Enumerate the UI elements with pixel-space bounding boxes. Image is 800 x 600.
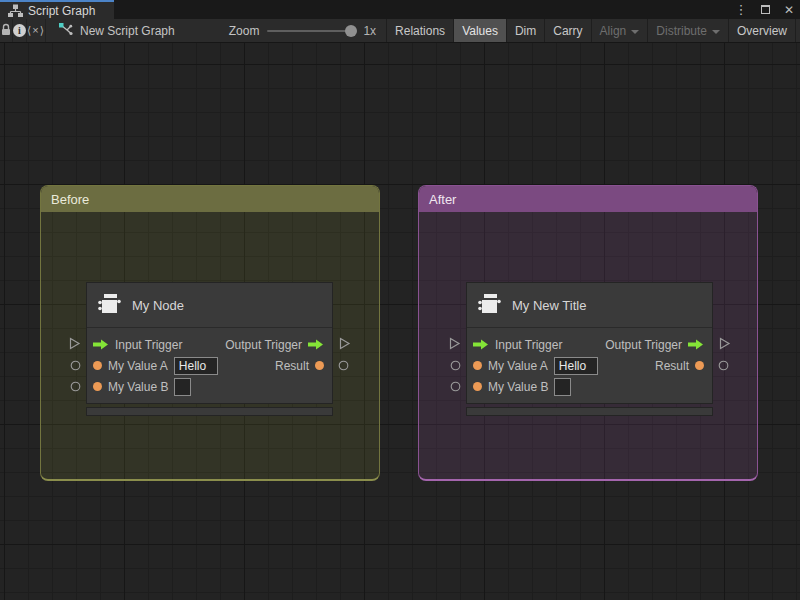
port-label: Input Trigger xyxy=(495,338,562,352)
port-label: Input Trigger xyxy=(115,338,182,352)
port-label: My Value A xyxy=(108,359,168,373)
circle-stub-icon[interactable] xyxy=(70,360,81,371)
align-button[interactable]: Align xyxy=(591,19,648,42)
port-row-value-a: My Value A Result xyxy=(473,355,704,376)
flow-arrow-icon[interactable] xyxy=(688,339,704,350)
flow-arrow-icon[interactable] xyxy=(308,339,324,350)
value-dot-icon[interactable] xyxy=(473,361,482,370)
circle-stub-icon[interactable] xyxy=(70,381,81,392)
maximize-icon[interactable] xyxy=(758,3,772,17)
tab-title: Script Graph xyxy=(28,4,95,18)
node-ports: Input Trigger Output Trigger My Value A … xyxy=(467,328,712,403)
node-my-node[interactable]: My Node Input Trigger Output Trigger xyxy=(86,282,333,416)
port-row-trigger: Input Trigger Output Trigger xyxy=(93,334,324,355)
value-dot-icon[interactable] xyxy=(695,361,704,370)
tab-script-graph[interactable]: Script Graph xyxy=(0,0,114,19)
port-label: My Value B xyxy=(108,380,168,394)
zoom-control: Zoom 1x xyxy=(229,24,382,38)
value-b-input[interactable] xyxy=(174,378,191,396)
zoom-slider-handle[interactable] xyxy=(345,25,357,37)
flow-arrow-icon[interactable] xyxy=(473,339,489,350)
lock-button[interactable] xyxy=(0,19,13,42)
node-body[interactable]: My New Title Input Trigger Output Trigge… xyxy=(466,282,713,404)
node-branch-icon xyxy=(58,22,73,39)
node-ports: Input Trigger Output Trigger My Value A … xyxy=(87,328,332,403)
port-label: My Value A xyxy=(488,359,548,373)
toolbar-buttons: Relations Values Dim Carry Align Distrib… xyxy=(386,19,800,42)
value-a-input[interactable] xyxy=(174,357,218,375)
group-before-title: Before xyxy=(51,192,89,207)
node-footer xyxy=(466,407,713,416)
close-icon[interactable]: ✕ xyxy=(782,3,796,17)
node-my-new-title[interactable]: My New Title Input Trigger Output Trigge… xyxy=(466,282,713,416)
value-dot-icon[interactable] xyxy=(93,382,102,391)
unit-node-icon xyxy=(477,292,502,319)
circle-stub-icon[interactable] xyxy=(338,360,349,371)
triangle-stub-icon[interactable] xyxy=(68,337,81,350)
node-title: My Node xyxy=(132,298,184,313)
circle-stub-icon[interactable] xyxy=(718,360,729,371)
code-icon: ⟨×⟩ xyxy=(27,24,45,37)
port-row-value-a: My Value A Result xyxy=(93,355,324,376)
port-label: Result xyxy=(655,359,689,373)
zoom-label: Zoom xyxy=(229,24,260,38)
distribute-button[interactable]: Distribute xyxy=(647,19,728,42)
chevron-down-icon xyxy=(631,30,639,34)
graph-canvas[interactable]: Before After xyxy=(0,43,800,600)
value-a-input[interactable] xyxy=(554,357,598,375)
circle-stub-icon[interactable] xyxy=(450,360,461,371)
triangle-stub-icon[interactable] xyxy=(448,337,461,350)
value-dot-icon[interactable] xyxy=(315,361,324,370)
node-footer xyxy=(86,407,333,416)
fullscreen-button[interactable]: Full Screen xyxy=(795,19,800,42)
port-row-value-b: My Value B xyxy=(473,376,704,397)
group-after-title: After xyxy=(429,192,456,207)
port-label: My Value B xyxy=(488,380,548,394)
node-header[interactable]: My New Title xyxy=(467,283,712,328)
port-label: Result xyxy=(275,359,309,373)
triangle-stub-icon[interactable] xyxy=(718,337,731,350)
chevron-down-icon xyxy=(712,30,720,34)
script-graph-window: Script Graph ⋮ ✕ i ⟨×⟩ xyxy=(0,0,800,600)
value-dot-icon[interactable] xyxy=(93,361,102,370)
window-controls: ⋮ ✕ xyxy=(734,0,796,19)
value-b-input[interactable] xyxy=(554,378,571,396)
carry-button[interactable]: Carry xyxy=(544,19,590,42)
unit-node-icon xyxy=(97,292,122,319)
port-row-value-b: My Value B xyxy=(93,376,324,397)
zoom-value: 1x xyxy=(363,24,376,38)
node-title: My New Title xyxy=(512,298,586,313)
graph-hierarchy-icon xyxy=(8,4,23,17)
code-preview-button[interactable]: ⟨×⟩ xyxy=(27,19,46,42)
graph-toolbar: i ⟨×⟩ New Script Graph Zoom 1x xyxy=(0,19,800,43)
port-label: Output Trigger xyxy=(225,338,302,352)
port-row-trigger: Input Trigger Output Trigger xyxy=(473,334,704,355)
tab-bar: Script Graph ⋮ ✕ xyxy=(0,0,800,19)
triangle-stub-icon[interactable] xyxy=(338,337,351,350)
overview-button[interactable]: Overview xyxy=(728,19,795,42)
info-icon: i xyxy=(13,24,26,37)
window-menu-icon[interactable]: ⋮ xyxy=(734,3,748,17)
flow-arrow-icon[interactable] xyxy=(93,339,109,350)
relations-button[interactable]: Relations xyxy=(386,19,453,42)
graph-name-label: New Script Graph xyxy=(80,24,175,38)
lock-icon xyxy=(0,23,12,39)
node-header[interactable]: My Node xyxy=(87,283,332,328)
info-button[interactable]: i xyxy=(13,19,27,42)
node-body[interactable]: My Node Input Trigger Output Trigger xyxy=(86,282,333,404)
group-before-header[interactable]: Before xyxy=(41,186,379,212)
port-label: Output Trigger xyxy=(605,338,682,352)
dim-button[interactable]: Dim xyxy=(506,19,544,42)
zoom-slider[interactable] xyxy=(267,30,355,32)
values-button[interactable]: Values xyxy=(453,19,506,42)
graph-name-segment[interactable]: New Script Graph xyxy=(46,19,187,42)
group-after-header[interactable]: After xyxy=(419,186,757,212)
circle-stub-icon[interactable] xyxy=(450,381,461,392)
value-dot-icon[interactable] xyxy=(473,382,482,391)
